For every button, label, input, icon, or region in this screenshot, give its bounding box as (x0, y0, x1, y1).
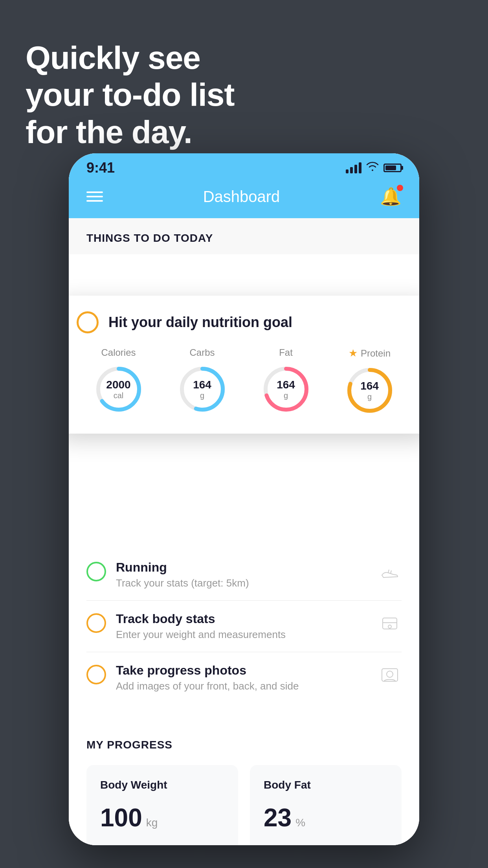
photo-person-icon (378, 663, 402, 687)
protein-unit: g (360, 392, 379, 401)
calories-nutrient: Calories 2000 cal (93, 347, 144, 415)
carbs-unit: g (193, 391, 211, 400)
fat-nutrient: Fat 164 g (261, 347, 312, 415)
fat-label: Fat (279, 347, 293, 358)
nutrition-circles: Calories 2000 cal (77, 347, 411, 416)
svg-rect-8 (383, 618, 397, 629)
todo-list: Running Track your stats (target: 5km) T… (69, 549, 419, 703)
running-check-circle[interactable] (86, 562, 106, 581)
bell-icon[interactable]: 🔔 (380, 186, 402, 207)
body-weight-card[interactable]: Body Weight 100 kg (86, 765, 238, 845)
headline: Quickly see your to-do list for the day. (26, 39, 235, 151)
my-progress-title: MY PROGRESS (86, 739, 402, 751)
my-progress-section: MY PROGRESS Body Weight 100 kg (69, 719, 419, 845)
body-fat-card[interactable]: Body Fat 23 % (250, 765, 402, 845)
nutrition-check-circle[interactable] (77, 311, 99, 333)
protein-nutrient: ★ Protein 164 g (344, 347, 395, 416)
running-subtitle: Track your stats (target: 5km) (116, 577, 368, 589)
list-item[interactable]: Take progress photos Add images of your … (86, 652, 402, 703)
protein-label-container: ★ Protein (349, 347, 391, 359)
body-weight-value-row: 100 kg (100, 803, 224, 832)
list-item[interactable]: Running Track your stats (target: 5km) (86, 549, 402, 601)
progress-photos-text: Take progress photos Add images of your … (116, 663, 368, 692)
body-stats-title: Track body stats (116, 612, 368, 626)
wifi-icon (366, 162, 379, 174)
body-fat-value-row: 23 % (264, 803, 388, 832)
progress-photos-subtitle: Add images of your front, back, and side (116, 680, 368, 692)
fat-value: 164 (277, 379, 295, 391)
notification-dot (397, 185, 403, 191)
shoe-icon (378, 560, 402, 584)
things-to-do-section: THINGS TO DO TODAY (69, 218, 419, 254)
carbs-value: 164 (193, 379, 211, 391)
body-stats-text: Track body stats Enter your weight and m… (116, 612, 368, 641)
progress-photos-title: Take progress photos (116, 663, 368, 678)
fat-unit: g (277, 391, 295, 400)
star-icon: ★ (349, 347, 358, 359)
body-fat-value: 23 (264, 803, 292, 832)
header-title: Dashboard (203, 188, 280, 206)
carbs-label: Carbs (189, 347, 215, 358)
protein-label: Protein (361, 348, 391, 359)
nutrition-card-header: Hit your daily nutrition goal (77, 311, 411, 333)
phone-mockup: 9:41 (69, 153, 419, 845)
status-time: 9:41 (86, 160, 115, 176)
body-fat-unit: % (295, 817, 305, 829)
hamburger-menu-icon[interactable] (86, 191, 103, 202)
carbs-nutrient: Carbs 164 g (177, 347, 228, 415)
calories-unit: cal (106, 391, 130, 400)
nutrition-card-title: Hit your daily nutrition goal (108, 314, 292, 331)
protein-circle: 164 g (344, 365, 395, 416)
body-stats-subtitle: Enter your weight and measurements (116, 629, 368, 641)
body-fat-chart (264, 842, 388, 845)
body-weight-chart (100, 842, 224, 845)
protein-value: 164 (360, 380, 379, 392)
fat-circle: 164 g (261, 364, 312, 415)
battery-icon (383, 164, 402, 172)
scale-icon (378, 612, 402, 635)
progress-photos-check-circle[interactable] (86, 665, 106, 684)
body-weight-unit: kg (146, 817, 158, 829)
signal-bars-icon (346, 162, 361, 173)
things-to-do-title: THINGS TO DO TODAY (86, 232, 213, 244)
carbs-circle: 164 g (177, 364, 228, 415)
body-weight-value: 100 (100, 803, 142, 832)
svg-point-10 (388, 625, 391, 628)
body-stats-check-circle[interactable] (86, 613, 106, 633)
body-weight-card-title: Body Weight (100, 779, 224, 791)
running-title: Running (116, 560, 368, 575)
running-text: Running Track your stats (target: 5km) (116, 560, 368, 589)
calories-circle: 2000 cal (93, 364, 144, 415)
nutrition-goal-card: Hit your daily nutrition goal Calories (69, 296, 419, 434)
status-icons (346, 162, 402, 174)
status-bar: 9:41 (69, 153, 419, 179)
app-header: Dashboard 🔔 (69, 179, 419, 218)
body-fat-card-title: Body Fat (264, 779, 388, 791)
svg-point-12 (387, 671, 393, 677)
progress-cards-container: Body Weight 100 kg Body Fat (86, 765, 402, 845)
calories-value: 2000 (106, 379, 130, 391)
calories-label: Calories (101, 347, 136, 358)
list-item[interactable]: Track body stats Enter your weight and m… (86, 601, 402, 652)
